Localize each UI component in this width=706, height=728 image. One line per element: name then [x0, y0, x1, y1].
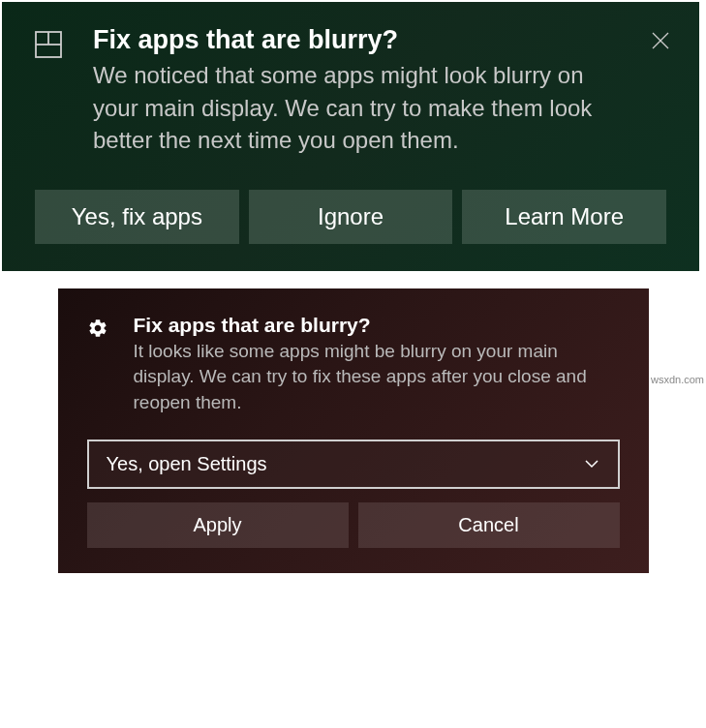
yes-fix-apps-button[interactable]: Yes, fix apps [35, 190, 239, 244]
close-button[interactable] [649, 29, 672, 52]
dropdown-selected-label: Yes, open Settings [107, 453, 267, 475]
blurry-apps-notification-1: Fix apps that are blurry? We noticed tha… [2, 2, 699, 271]
close-icon [652, 32, 669, 49]
watermark-text: wsxdn.com [651, 374, 704, 385]
notification-title: Fix apps that are blurry? [93, 25, 618, 55]
chevron-down-icon [583, 455, 600, 472]
cancel-button[interactable]: Cancel [358, 502, 620, 548]
ignore-button[interactable]: Ignore [249, 190, 453, 244]
blurry-apps-notification-2: Fix apps that are blurry? It looks like … [58, 288, 649, 573]
learn-more-button[interactable]: Learn More [462, 190, 666, 244]
action-dropdown[interactable]: Yes, open Settings [87, 440, 620, 489]
apply-button[interactable]: Apply [87, 502, 349, 548]
display-grid-icon [35, 31, 62, 58]
notification-message: We noticed that some apps might look blu… [93, 59, 618, 157]
gear-icon [87, 318, 108, 339]
notification-title: Fix apps that are blurry? [134, 314, 620, 337]
notification-message: It looks like some apps might be blurry … [134, 339, 620, 416]
